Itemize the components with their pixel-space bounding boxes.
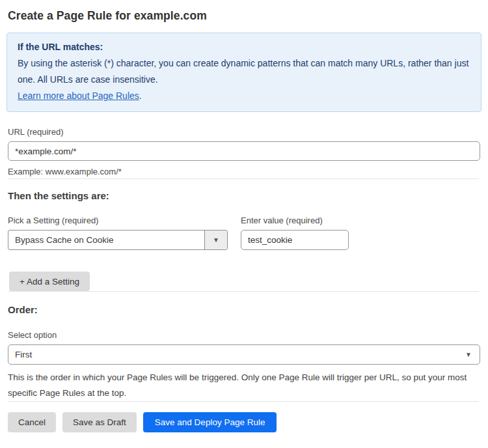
page-title: Create a Page Rule for example.com — [8, 9, 479, 23]
order-section-heading: Order: — [8, 304, 479, 315]
setting-select-toggle[interactable]: ▼ — [204, 231, 227, 249]
info-callout-link-line: Learn more about Page Rules. — [18, 88, 470, 104]
add-setting-button[interactable]: + Add a Setting — [9, 272, 90, 291]
settings-section-heading: Then the settings are: — [8, 190, 479, 201]
setting-select[interactable]: Bypass Cache on Cookie ▼ — [8, 230, 228, 250]
section-divider — [8, 178, 479, 179]
order-select-value: First — [15, 350, 32, 359]
setting-value-input[interactable] — [241, 230, 349, 250]
create-page-rule-form: Create a Page Rule for example.com If th… — [0, 9, 488, 432]
order-select[interactable]: First ▼ — [8, 344, 480, 365]
url-match-info-callout: If the URL matches: By using the asteris… — [7, 33, 481, 112]
url-input[interactable] — [8, 141, 480, 161]
setting-select-value: Bypass Cache on Cookie — [8, 231, 204, 249]
info-callout-heading: If the URL matches: — [18, 39, 470, 55]
chevron-down-icon: ▼ — [213, 236, 219, 244]
footer-actions: Cancel Save as Draft Save and Deploy Pag… — [8, 412, 479, 432]
setting-row: Pick a Setting (required) Bypass Cache o… — [8, 216, 479, 250]
link-period: . — [139, 91, 142, 101]
footer-divider — [8, 401, 479, 402]
save-and-deploy-button[interactable]: Save and Deploy Page Rule — [143, 412, 277, 432]
pick-setting-label: Pick a Setting (required) — [8, 216, 228, 225]
url-field-label: URL (required) — [8, 127, 479, 137]
save-as-draft-button[interactable]: Save as Draft — [62, 412, 137, 432]
pick-setting-column: Pick a Setting (required) Bypass Cache o… — [8, 216, 228, 250]
cancel-button[interactable]: Cancel — [8, 412, 56, 432]
enter-value-column: Enter value (required) — [241, 216, 349, 250]
order-select-label: Select option — [8, 330, 479, 340]
section-divider — [8, 291, 479, 292]
chevron-down-icon: ▼ — [465, 351, 472, 358]
info-callout-body: By using the asterisk (*) character, you… — [18, 55, 470, 88]
order-help-text: This is the order in which your Page Rul… — [8, 370, 483, 401]
url-example-text: Example: www.example.com/* — [8, 165, 479, 178]
learn-more-link[interactable]: Learn more about Page Rules — [18, 91, 139, 101]
enter-value-label: Enter value (required) — [241, 216, 349, 225]
